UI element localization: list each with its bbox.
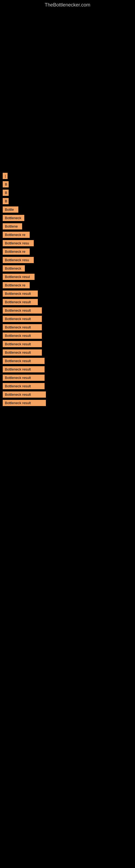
site-title: TheBottlenecker.com [0,0,135,10]
bottleneck-result-item-7: Bottlene [3,223,22,229]
site-title-container: TheBottlenecker.com [0,0,135,10]
bottleneck-result-item-16: Bottleneck result [3,299,38,305]
bottleneck-result-item-15: Bottleneck result [3,290,38,297]
bottleneck-result-item-21: Bottleneck result [3,341,42,347]
bottleneck-result-item-28: Bottleneck result [3,400,46,406]
bottleneck-result-item-3: B [3,190,9,196]
bottleneck-result-item-11: Bottleneck resu [3,257,34,263]
bottleneck-result-item-20: Bottleneck result [3,333,42,339]
bottleneck-result-item-23: Bottleneck result [3,358,45,364]
bottleneck-result-item-2: B [3,181,9,187]
bottleneck-result-item-9: Bottleneck resu [3,240,34,246]
bottleneck-result-item-10: Bottleneck re [3,248,30,255]
bottleneck-result-item-14: Bottleneck re [3,282,30,288]
bottleneck-result-item-12: Bottleneck [3,265,25,272]
bottleneck-result-item-6: Bottleneck [3,215,24,221]
bottleneck-result-item-19: Bottleneck result [3,324,42,330]
bottleneck-result-item-17: Bottleneck result [3,307,42,314]
bottleneck-result-item-4: B [3,198,9,204]
bottleneck-result-item-24: Bottleneck result [3,366,45,372]
bottleneck-result-item-13: Bottleneck resul [3,274,35,280]
bottleneck-result-item-5: Bottle [3,207,18,213]
bottleneck-result-item-22: Bottleneck result [3,349,42,355]
bottleneck-result-item-8: Bottleneck re [3,231,30,238]
bottleneck-result-item-1: | [3,173,8,179]
bottleneck-result-item-26: Bottleneck result [3,383,45,389]
bottleneck-result-item-27: Bottleneck result [3,392,46,398]
bottleneck-result-item-25: Bottleneck result [3,375,45,381]
main-content: |BBBBottleBottleneckBottleneBottleneck r… [0,173,135,414]
bottleneck-result-item-18: Bottleneck result [3,316,42,322]
